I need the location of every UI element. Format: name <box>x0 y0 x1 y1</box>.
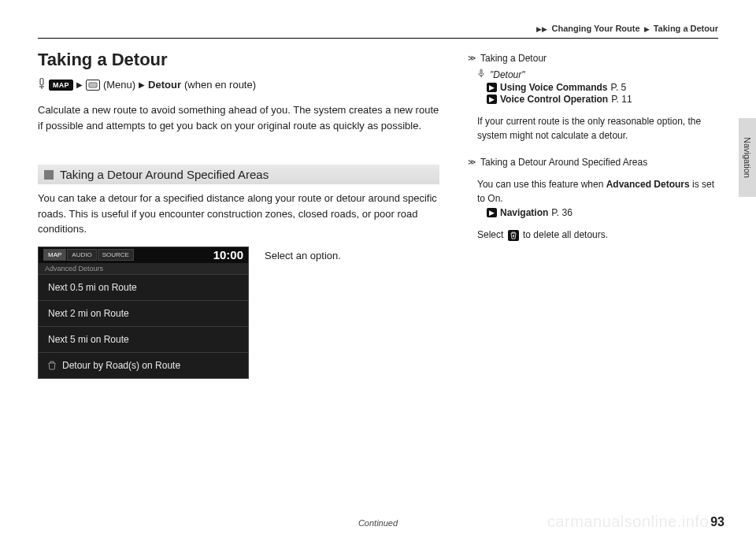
screenshot-list-item: Detour by Road(s) on Route <box>39 352 248 378</box>
note-paragraph: You can use this feature when Advanced D… <box>477 177 718 206</box>
navigate-icon <box>38 78 46 91</box>
side-tab-label: Navigation <box>743 137 752 178</box>
device-screenshot: MAP AUDIO SOURCE 10:00 Advanced Detours … <box>38 247 249 379</box>
ref-page: P. 36 <box>551 207 572 218</box>
section-side-tab: Navigation <box>739 118 756 197</box>
cross-reference: ▶ Voice Control Operation P. 11 <box>487 94 718 105</box>
screenshot-caption: Select an option. <box>265 247 341 261</box>
screenshot-tab: AUDIO <box>67 249 96 261</box>
detour-label: Detour <box>148 79 181 91</box>
note-heading: ≫ Taking a Detour Around Specified Areas <box>468 157 718 168</box>
intro-paragraph: Calculate a new route to avoid something… <box>38 102 439 133</box>
map-button-icon: MAP <box>49 80 73 91</box>
screenshot-row: MAP AUDIO SOURCE 10:00 Advanced Detours … <box>38 247 439 379</box>
manual-page: ▶▶ Changing Your Route ▶ Taking a Detour… <box>0 0 756 534</box>
square-bullet-icon <box>44 170 54 180</box>
page-number: 93 <box>710 515 724 529</box>
screenshot-list-item: Next 5 mi on Route <box>39 326 248 352</box>
path-arrow-icon: ▶ <box>76 80 83 89</box>
link-arrow-icon: ▶ <box>487 95 497 104</box>
content-columns: Taking a Detour MAP ▶ (Menu) ▶ Detour (w… <box>38 50 718 379</box>
screenshot-topbar: MAP AUDIO SOURCE 10:00 <box>39 247 248 263</box>
subsection-paragraph: You can take a detour for a specified di… <box>38 191 439 237</box>
footer-continued: Continued <box>38 518 718 528</box>
breadcrumb-arrow-icon: ▶▶ <box>536 25 547 33</box>
page-title: Taking a Detour <box>38 50 439 70</box>
voice-icon <box>477 69 485 80</box>
top-rule <box>38 38 718 39</box>
ref-label: Using Voice Commands <box>500 82 607 93</box>
screenshot-list-item: Next 2 mi on Route <box>39 300 248 326</box>
breadcrumb: ▶▶ Changing Your Route ▶ Taking a Detour <box>38 24 718 38</box>
note-arrow-icon: ≫ <box>468 158 476 166</box>
screenshot-list-item: Next 0.5 mi on Route <box>39 274 248 300</box>
note-paragraph: If your current route is the only reason… <box>477 114 718 143</box>
screenshot-subtitle: Advanced Detours <box>39 263 248 274</box>
path-arrow-icon: ▶ <box>139 80 145 89</box>
detour-paren: (when en route) <box>184 79 256 91</box>
link-arrow-icon: ▶ <box>487 208 497 217</box>
nav-path: MAP ▶ (Menu) ▶ Detour (when en route) <box>38 78 439 91</box>
main-column: Taking a Detour MAP ▶ (Menu) ▶ Detour (w… <box>38 50 439 379</box>
menu-button-icon <box>86 80 100 91</box>
breadcrumb-sep-icon: ▶ <box>644 25 650 33</box>
breadcrumb-section: Changing Your Route <box>552 24 640 33</box>
menu-label: (Menu) <box>103 79 135 91</box>
note-title-text: Taking a Detour <box>480 53 547 64</box>
screenshot-clock: 10:00 <box>213 248 243 261</box>
voice-command-line: "Detour" <box>477 69 718 80</box>
voice-command-text: "Detour" <box>490 69 525 80</box>
link-arrow-icon: ▶ <box>487 83 497 92</box>
subsection-title: Taking a Detour Around Specified Areas <box>60 168 269 181</box>
breadcrumb-page: Taking a Detour <box>654 24 718 33</box>
ref-label: Voice Control Operation <box>500 94 608 105</box>
ref-label: Navigation <box>500 207 548 218</box>
delete-icon <box>508 230 519 241</box>
screenshot-tab: MAP <box>43 249 66 261</box>
trash-icon <box>48 361 56 370</box>
note-paragraph: Select to delete all detours. <box>477 228 718 242</box>
note-arrow-icon: ≫ <box>468 54 476 62</box>
screenshot-tab: SOURCE <box>98 249 134 261</box>
notes-column: ≫ Taking a Detour "Detour" ▶ Using Voice… <box>468 50 718 379</box>
cross-reference: ▶ Using Voice Commands P. 5 <box>487 82 718 93</box>
subsection-header: Taking a Detour Around Specified Areas <box>38 165 439 184</box>
note-title-text: Taking a Detour Around Specified Areas <box>480 157 647 168</box>
ref-page: P. 11 <box>611 94 632 105</box>
cross-reference: ▶ Navigation P. 36 <box>487 207 718 218</box>
ref-page: P. 5 <box>610 82 626 93</box>
note-heading: ≫ Taking a Detour <box>468 53 718 64</box>
svg-rect-0 <box>89 83 97 87</box>
